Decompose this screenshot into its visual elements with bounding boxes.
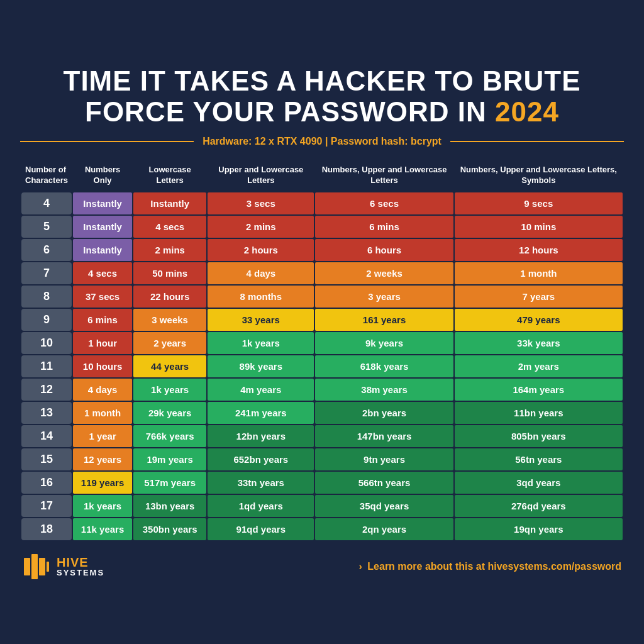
cell-r14-c0: 11k years <box>73 518 132 540</box>
col-header-upper-lower: Upper and Lowercase Letters <box>208 160 314 191</box>
cell-chars: 5 <box>21 216 72 238</box>
cell-r13-c4: 276qd years <box>455 495 623 517</box>
table-row: 1512 years19m years652bn years9tn years5… <box>21 448 623 470</box>
cell-r3-c3: 2 weeks <box>315 262 453 284</box>
main-title: TIME IT TAKES A HACKER TO BRUTE FORCE YO… <box>20 66 624 127</box>
cell-r4-c2: 8 months <box>208 286 314 308</box>
cell-r1-c0: Instantly <box>73 216 132 238</box>
cell-r0-c2: 3 secs <box>208 192 314 214</box>
table-row: 74 secs50 mins4 days2 weeks1 month <box>21 262 623 284</box>
cell-r4-c0: 37 secs <box>73 286 132 308</box>
cell-r14-c4: 19qn years <box>455 518 623 540</box>
cell-r7-c0: 10 hours <box>73 355 132 377</box>
cell-r9-c1: 29k years <box>133 402 206 424</box>
cell-r9-c4: 11bn years <box>455 402 623 424</box>
cell-chars: 18 <box>21 518 72 540</box>
svg-rect-1 <box>31 554 38 579</box>
cell-chars: 17 <box>21 495 72 517</box>
svg-rect-3 <box>47 562 49 572</box>
cell-r0-c3: 6 secs <box>315 192 453 214</box>
cell-r12-c1: 517m years <box>133 472 206 494</box>
cell-r11-c2: 652bn years <box>208 448 314 470</box>
subtitle-line-left <box>20 141 194 142</box>
cell-r13-c0: 1k years <box>73 495 132 517</box>
cell-r6-c1: 2 years <box>133 332 206 354</box>
subtitle-bar: Hardware: 12 x RTX 4090 | Password hash:… <box>20 136 624 147</box>
main-container: TIME IT TAKES A HACKER TO BRUTE FORCE YO… <box>8 51 636 593</box>
cell-r8-c1: 1k years <box>133 379 206 401</box>
cell-r11-c0: 12 years <box>73 448 132 470</box>
password-table: Number of Characters Numbers Only Lowerc… <box>20 158 624 541</box>
cell-chars: 15 <box>21 448 72 470</box>
table-row: 16119 years517m years33tn years566tn yea… <box>21 472 623 494</box>
cell-r1-c4: 10 mins <box>455 216 623 238</box>
cell-r12-c0: 119 years <box>73 472 132 494</box>
cell-r14-c3: 2qn years <box>315 518 453 540</box>
cell-r10-c3: 147bn years <box>315 425 453 447</box>
cell-chars: 13 <box>21 402 72 424</box>
cell-r12-c3: 566tn years <box>315 472 453 494</box>
cell-r5-c4: 479 years <box>455 309 623 331</box>
table-row: 96 mins3 weeks33 years161 years479 years <box>21 309 623 331</box>
cell-chars: 8 <box>21 286 72 308</box>
footer-arrow: › <box>359 561 362 572</box>
table-row: 131 month29k years241m years2bn years11b… <box>21 402 623 424</box>
table-row: 124 days1k years4m years38m years164m ye… <box>21 379 623 401</box>
cell-chars: 16 <box>21 472 72 494</box>
cell-chars: 4 <box>21 192 72 214</box>
cell-r3-c2: 4 days <box>208 262 314 284</box>
subtitle-line-right <box>450 141 624 142</box>
cell-r3-c0: 4 secs <box>73 262 132 284</box>
cell-chars: 7 <box>21 262 72 284</box>
cell-r8-c2: 4m years <box>208 379 314 401</box>
cell-r11-c3: 9tn years <box>315 448 453 470</box>
table-row: 1811k years350bn years91qd years2qn year… <box>21 518 623 540</box>
table-row: 4InstantlyInstantly3 secs6 secs9 secs <box>21 192 623 214</box>
cell-r4-c1: 22 hours <box>133 286 206 308</box>
title-line1: TIME IT TAKES A HACKER TO BRUTE <box>64 65 581 96</box>
cell-r6-c3: 9k years <box>315 332 453 354</box>
cell-r3-c4: 1 month <box>455 262 623 284</box>
cell-r13-c1: 13bn years <box>133 495 206 517</box>
cell-r2-c0: Instantly <box>73 239 132 261</box>
cell-chars: 12 <box>21 379 72 401</box>
cell-r1-c3: 6 mins <box>315 216 453 238</box>
cell-r14-c1: 350bn years <box>133 518 206 540</box>
cell-r4-c3: 3 years <box>315 286 453 308</box>
cell-r10-c0: 1 year <box>73 425 132 447</box>
title-line2: FORCE YOUR PASSWORD IN <box>85 96 495 127</box>
svg-rect-2 <box>39 558 45 575</box>
table-row: 837 secs22 hours8 months3 years7 years <box>21 286 623 308</box>
cell-r7-c2: 89k years <box>208 355 314 377</box>
table-row: 6Instantly2 mins2 hours6 hours12 hours <box>21 239 623 261</box>
cell-r8-c0: 4 days <box>73 379 132 401</box>
subtitle-text: Hardware: 12 x RTX 4090 | Password hash:… <box>194 136 450 147</box>
cell-chars: 11 <box>21 355 72 377</box>
cell-r8-c3: 38m years <box>315 379 453 401</box>
col-header-chars: Number of Characters <box>21 160 72 191</box>
cell-chars: 10 <box>21 332 72 354</box>
col-header-num-upper-lower: Numbers, Upper and Lowercase Letters <box>315 160 453 191</box>
footer-url[interactable]: hivesystems.com/password <box>487 561 621 572</box>
cell-r9-c3: 2bn years <box>315 402 453 424</box>
cell-r6-c0: 1 hour <box>73 332 132 354</box>
cell-r11-c1: 19m years <box>133 448 206 470</box>
cell-r9-c2: 241m years <box>208 402 314 424</box>
cell-r0-c1: Instantly <box>133 192 206 214</box>
table-row: 141 year766k years12bn years147bn years8… <box>21 425 623 447</box>
cell-r10-c2: 12bn years <box>208 425 314 447</box>
cell-r6-c2: 1k years <box>208 332 314 354</box>
cell-r1-c1: 4 secs <box>133 216 206 238</box>
title-year: 2024 <box>495 96 559 127</box>
table-row: 171k years13bn years1qd years35qd years2… <box>21 495 623 517</box>
cell-r9-c0: 1 month <box>73 402 132 424</box>
cell-r7-c4: 2m years <box>455 355 623 377</box>
cell-r10-c4: 805bn years <box>455 425 623 447</box>
cell-r4-c4: 7 years <box>455 286 623 308</box>
cell-r11-c4: 56tn years <box>455 448 623 470</box>
cell-chars: 9 <box>21 309 72 331</box>
cell-r8-c4: 164m years <box>455 379 623 401</box>
footer-link: › Learn more about this at hivesystems.c… <box>359 561 621 572</box>
cell-chars: 6 <box>21 239 72 261</box>
cell-r14-c2: 91qd years <box>208 518 314 540</box>
